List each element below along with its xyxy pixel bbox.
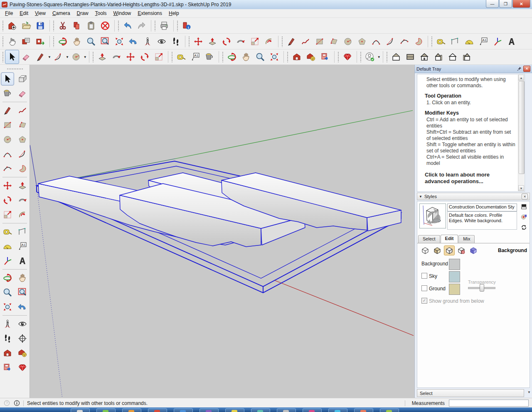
arc-dropdown-icon[interactable]: ▼ [66, 55, 69, 59]
tray-close-icon[interactable]: ✕ [523, 66, 530, 72]
zoom-button[interactable] [253, 50, 267, 64]
three-point-arc-tool-button[interactable] [1, 162, 14, 175]
secondary-pane-toggle-icon[interactable] [521, 204, 527, 211]
toolbar-grip[interactable] [386, 52, 388, 62]
menu-file[interactable]: File [2, 10, 16, 17]
pin-icon[interactable] [516, 66, 522, 71]
follow-me-button[interactable] [234, 34, 248, 49]
move-button[interactable] [191, 34, 205, 49]
extension-warehouse-button[interactable] [340, 50, 355, 64]
rotate-tool-button[interactable] [1, 194, 14, 207]
close-button[interactable]: ✕ [512, 0, 530, 8]
taskbar-app-button[interactable] [380, 408, 399, 412]
rectangle-button[interactable] [313, 34, 327, 49]
paint-button[interactable] [202, 50, 217, 64]
view-left-button[interactable] [460, 50, 474, 64]
ground-checkbox[interactable] [421, 285, 427, 291]
taskbar-app-button[interactable] [71, 408, 90, 412]
scroll-up-icon[interactable]: ▲ [518, 75, 524, 81]
three-point-arc-button[interactable] [397, 34, 411, 49]
geolocation-icon[interactable]: ? [4, 400, 10, 406]
axes-tool-button[interactable] [1, 254, 14, 267]
redo-button[interactable] [135, 19, 149, 33]
line-button[interactable] [284, 34, 298, 49]
protractor-tool-button[interactable] [1, 240, 14, 253]
toolbar-grip[interactable] [431, 36, 433, 47]
rotate-button[interactable] [138, 50, 152, 64]
scroll-down-icon[interactable]: ▼ [518, 185, 524, 191]
warehouse-3d-tool-button[interactable] [1, 346, 14, 360]
protractor-button[interactable] [462, 34, 476, 49]
create-new-style-icon[interactable] [521, 214, 527, 222]
style-name-input[interactable]: Construction Documentation Sty [447, 204, 517, 211]
zoom-window-button[interactable] [98, 34, 112, 49]
background-settings-icon[interactable] [444, 245, 455, 255]
toolbar-grip[interactable] [2, 20, 4, 31]
extension-warehouse-tool-button[interactable] [16, 361, 29, 374]
new-button[interactable] [5, 19, 19, 33]
taskbar-app-button[interactable] [225, 408, 244, 412]
menu-view[interactable]: View [32, 10, 49, 17]
share-model-tool-button[interactable] [16, 346, 29, 360]
styles-panel-header[interactable]: ▼ Styles ✕ [417, 193, 530, 200]
menu-tools[interactable]: Tools [92, 10, 110, 17]
tape-measure-button[interactable] [434, 34, 448, 49]
tray-bottom-bar[interactable]: Select [417, 389, 524, 397]
palette-grip[interactable] [7, 68, 23, 70]
styles-tab-select[interactable]: Select [418, 235, 440, 243]
zoom-tool-button[interactable] [1, 286, 14, 299]
toolbar-grip[interactable] [222, 52, 224, 62]
offset-button[interactable] [262, 34, 276, 49]
erase-all-button[interactable] [98, 19, 112, 33]
target-tool-button[interactable] [16, 332, 29, 345]
tape-measure-button[interactable] [174, 50, 188, 64]
toolbar-grip[interactable] [287, 52, 288, 62]
arc-tool-button[interactable] [16, 147, 29, 161]
ground-color-swatch[interactable] [449, 284, 460, 295]
follow-me-tool-button[interactable] [16, 194, 29, 207]
push-pull-button[interactable] [95, 50, 109, 64]
previous-button[interactable] [126, 34, 140, 49]
axes-button[interactable] [490, 34, 505, 49]
circle-tool-button[interactable] [1, 133, 14, 146]
component-options-button[interactable] [19, 34, 33, 49]
paint-tool-button[interactable] [1, 87, 14, 100]
tray-header[interactable]: Default Tray ✕ [415, 65, 532, 73]
pie-tool-button[interactable] [16, 162, 29, 175]
circle-button[interactable] [69, 50, 83, 64]
make-component-tool-button[interactable] [16, 72, 29, 86]
zoom-extents-button[interactable] [267, 50, 281, 64]
walk-tool-button[interactable] [1, 332, 14, 345]
push-pull-tool-button[interactable] [16, 179, 29, 192]
styles-tab-edit[interactable]: Edit [441, 235, 458, 243]
restore-button[interactable]: ❐ [499, 0, 512, 8]
zoom-extents-tool-button[interactable] [1, 300, 14, 314]
learn-more-link[interactable]: Click to learn about more advanced opera… [425, 172, 516, 185]
toolbar-grip[interactable] [2, 36, 4, 47]
toolbar-grip[interactable] [360, 52, 362, 62]
scroll-thumb[interactable] [519, 81, 525, 174]
menu-edit[interactable]: Edit [16, 10, 32, 17]
freehand-button[interactable] [298, 34, 313, 49]
scale-tool-button[interactable] [1, 208, 14, 221]
position-camera-button[interactable] [140, 34, 155, 49]
taskbar-app-button[interactable] [328, 408, 347, 412]
menu-help[interactable]: Help [165, 10, 182, 17]
rectangle-tool-button[interactable] [1, 118, 14, 132]
walk-button[interactable] [169, 34, 183, 49]
face-settings-icon[interactable] [432, 245, 443, 255]
model-info-button[interactable]: i [180, 19, 194, 33]
sky-color-swatch[interactable] [449, 271, 460, 282]
taskbar-app-button[interactable] [303, 408, 322, 412]
share-component-tool-button[interactable] [1, 361, 14, 374]
eraser-button[interactable] [19, 50, 33, 64]
taskbar-app-button[interactable] [277, 408, 296, 412]
toolbar-grip[interactable] [171, 52, 173, 62]
menu-window[interactable]: Window [110, 10, 135, 17]
rotate-button[interactable] [219, 34, 234, 49]
update-style-icon[interactable] [521, 224, 527, 232]
polygon-tool-button[interactable] [16, 133, 29, 146]
freehand-tool-button[interactable] [16, 104, 29, 117]
dimension-button[interactable] [448, 34, 462, 49]
pan-tool-button[interactable] [16, 271, 29, 284]
